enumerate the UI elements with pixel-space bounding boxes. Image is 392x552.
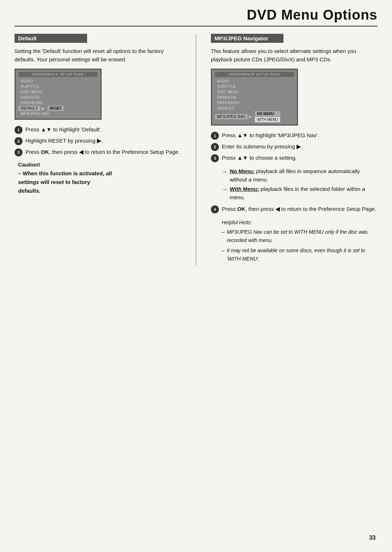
osd-r-mp3-row: MP3/JPEG NAV ▶ NO MENU WITH MENU: [215, 111, 294, 122]
no-menu-text: No Menu: playback all files in sequence …: [230, 167, 377, 184]
two-col-layout: Default Setting the 'Default' function w…: [15, 34, 377, 265]
left-step-num-1: 1: [15, 126, 23, 134]
right-step-num-2: 2: [211, 143, 219, 151]
right-section-header: MP3/JPEG Navigator: [211, 34, 283, 43]
col-right: MP3/JPEG Navigator This feature allows y…: [211, 34, 377, 265]
col-left: Default Setting the 'Default' function w…: [15, 34, 181, 195]
osd-item-default-row: DEFAULT ▶ RESET: [19, 106, 98, 111]
left-step-1: 1 Press ▲▼ to highlight 'Default'.: [15, 126, 181, 134]
right-step-2: 2 Enter its submenu by pressing ▶.: [211, 143, 377, 151]
osd-r-with-menu: WITH MENU: [255, 117, 280, 122]
osd-item-disc-menu: DISC MENU: [19, 89, 98, 95]
right-step-num-4: 4: [211, 205, 219, 213]
right-step-3: 3 Press ▲▼ to choose a setting.: [211, 154, 377, 162]
page-number: 33: [369, 535, 376, 541]
osd-r-password: PASSWORD: [215, 100, 294, 106]
right-step-num-1: 1: [211, 132, 219, 140]
with-menu-text: With Menu: playback files in the selecte…: [230, 185, 377, 201]
hints-title: Helpful Hints:: [222, 218, 377, 226]
osd-screen-left: - PREFERENCE SETUP PAGE - AUDIO SUBTITLE…: [15, 69, 102, 120]
hint-1: – MP3/JPEG Nav can be set to WITH MENU o…: [222, 228, 377, 244]
section-divider: [196, 34, 196, 265]
helpful-hints: Helpful Hints: – MP3/JPEG Nav can be set…: [222, 218, 377, 263]
left-step-num-3: 3: [15, 148, 23, 156]
hint-2-dash: –: [222, 246, 225, 263]
right-step-4: 4 Press OK, then press ◀ to return to th…: [211, 205, 377, 213]
page-title: DVD Menu Options: [247, 7, 377, 23]
osd-item-default: DEFAULT: [19, 106, 40, 111]
no-menu-item: → No Menu: playback all files in sequenc…: [222, 167, 377, 184]
osd-r-mp3: MP3/JPEG NAV: [215, 114, 248, 119]
hint-2: – It may not be available on some discs,…: [222, 246, 377, 263]
osd-item-audio: AUDIO: [19, 78, 98, 84]
osd-r-parental: PARENTAL: [215, 95, 294, 100]
right-step-1: 1 Press ▲▼ to highlight 'MP3/JPEG Nav'.: [211, 131, 377, 140]
caution-title: Caution!: [18, 161, 181, 168]
osd-screen-right: - PREFERENCE SETUP PAGE - AUDIO SUBTITLE…: [211, 69, 298, 126]
left-step-num-2: 2: [15, 137, 23, 145]
osd-item-parental: PARENTAL: [19, 95, 98, 100]
hint-1-dash: –: [222, 228, 225, 244]
osd-item-password: PASSWORD: [19, 100, 98, 106]
osd-item-mp3jpeg: MP3/JPEG NAV: [19, 111, 98, 116]
right-step-text-4: Press OK, then press ◀ to return to the …: [222, 205, 377, 213]
left-step-3: 3 Press OK, then press ◀ to return to th…: [15, 148, 181, 156]
page-container: DVD Menu Options Default Setting the 'De…: [0, 0, 392, 279]
right-step4-list: 4 Press OK, then press ◀ to return to th…: [211, 205, 377, 213]
right-steps-list: 1 Press ▲▼ to highlight 'MP3/JPEG Nav'. …: [211, 131, 377, 162]
with-menu-arrow: →: [222, 185, 228, 194]
right-step-text-1: Press ▲▼ to highlight 'MP3/JPEG Nav'.: [222, 131, 377, 140]
hint-1-text: MP3/JPEG Nav can be set to WITH MENU onl…: [227, 228, 377, 244]
left-step-2: 2 Highlight RESET by pressing ▶.: [15, 137, 181, 145]
right-step-text-2: Enter its submenu by pressing ▶.: [222, 143, 377, 151]
left-step-text-2: Highlight RESET by pressing ▶.: [25, 137, 181, 145]
osd-r-default: DEFAULT: [215, 106, 294, 111]
osd-title-right: - PREFERENCE SETUP PAGE -: [215, 72, 294, 77]
title-bar: DVD Menu Options: [15, 7, 377, 26]
osd-item-subtitle: SUBTITLE: [19, 84, 98, 89]
left-step-text-1: Press ▲▼ to highlight 'Default'.: [25, 126, 181, 134]
osd-r-no-menu: NO MENU: [255, 111, 280, 116]
right-step-text-3: Press ▲▼ to choose a setting.: [222, 154, 377, 162]
osd-r-submenu: NO MENU WITH MENU: [253, 111, 280, 122]
osd-r-subtitle: SUBTITLE: [215, 84, 294, 89]
osd-title-left: - PREFERENCE SETUP PAGE -: [19, 72, 98, 77]
no-menu-arrow: →: [222, 167, 228, 176]
left-steps-list: 1 Press ▲▼ to highlight 'Default'. 2 Hig…: [15, 126, 181, 156]
osd-r-audio: AUDIO: [215, 78, 294, 84]
hint-2-text: It may not be available on some discs, e…: [227, 246, 377, 263]
caution-box: Caution! – When this function is activat…: [18, 161, 181, 195]
right-section-desc: This feature allows you to select altern…: [211, 47, 377, 64]
osd-submenu-reset: RESET: [48, 106, 64, 111]
caution-text: – When this function is activated, all s…: [18, 169, 181, 195]
osd-r-disc-menu: DISC MENU: [215, 89, 294, 95]
with-menu-item: → With Menu: playback files in the selec…: [222, 185, 377, 201]
left-section-header: Default: [15, 34, 87, 43]
right-step-num-3: 3: [211, 154, 219, 162]
left-section-desc: Setting the 'Default' function will rese…: [15, 47, 181, 64]
osd-arrow-right: ▶: [42, 106, 45, 110]
osd-r-arrow: ▶: [249, 115, 252, 119]
left-step-text-3: Press OK, then press ◀ to return to the …: [25, 148, 181, 156]
